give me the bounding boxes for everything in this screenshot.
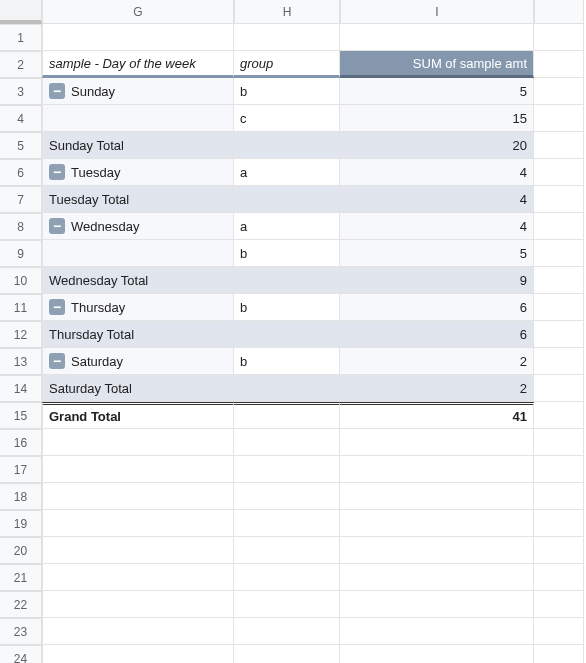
row-header-22[interactable]: 22 <box>0 591 42 618</box>
row-header-6[interactable]: 6 <box>0 159 42 186</box>
pivot-value-cell[interactable]: 4 <box>340 159 534 186</box>
pivot-group-cell[interactable]: c <box>234 105 340 132</box>
row-header-8[interactable]: 8 <box>0 213 42 240</box>
pivot-subtotal-cell[interactable] <box>234 267 340 294</box>
cell[interactable] <box>340 456 534 483</box>
cell[interactable] <box>340 618 534 645</box>
pivot-value-field-label[interactable]: SUM of sample amt <box>340 51 534 78</box>
collapse-icon[interactable]: − <box>49 164 65 180</box>
cell[interactable] <box>534 24 584 51</box>
row-header-3[interactable]: 3 <box>0 78 42 105</box>
cell[interactable] <box>340 429 534 456</box>
cell[interactable] <box>534 564 584 591</box>
cell[interactable] <box>534 78 584 105</box>
cell[interactable] <box>534 267 584 294</box>
pivot-grand-total-label[interactable]: Grand Total <box>42 402 234 429</box>
pivot-value-cell[interactable]: 2 <box>340 348 534 375</box>
pivot-subtotal-cell[interactable] <box>234 375 340 402</box>
cell[interactable] <box>534 51 584 78</box>
col-header-extra[interactable] <box>534 0 584 24</box>
row-header-24[interactable]: 24 <box>0 645 42 663</box>
row-header-10[interactable]: 10 <box>0 267 42 294</box>
cell[interactable] <box>340 483 534 510</box>
pivot-value-cell[interactable]: 5 <box>340 240 534 267</box>
row-header-14[interactable]: 14 <box>0 375 42 402</box>
pivot-row-label[interactable] <box>42 105 234 132</box>
pivot-subtotal-cell[interactable] <box>234 321 340 348</box>
collapse-icon[interactable]: − <box>49 218 65 234</box>
pivot-subtotal-cell[interactable] <box>234 132 340 159</box>
pivot-subtotal-cell[interactable] <box>234 186 340 213</box>
select-all-corner[interactable] <box>0 0 42 24</box>
row-header-1[interactable]: 1 <box>0 24 42 51</box>
row-header-23[interactable]: 23 <box>0 618 42 645</box>
cell[interactable] <box>534 213 584 240</box>
pivot-subtotal-label[interactable]: Thursday Total <box>42 321 234 348</box>
cell[interactable] <box>234 429 340 456</box>
pivot-group-cell[interactable]: b <box>234 294 340 321</box>
cell[interactable] <box>340 537 534 564</box>
pivot-row-label[interactable] <box>42 240 234 267</box>
cell[interactable] <box>340 645 534 663</box>
cell[interactable] <box>340 24 534 51</box>
cell[interactable] <box>534 186 584 213</box>
pivot-group-cell[interactable]: b <box>234 240 340 267</box>
spreadsheet-grid[interactable]: G H I 1 2 sample - Day of the week group… <box>0 0 586 663</box>
cell[interactable] <box>234 510 340 537</box>
cell[interactable] <box>340 591 534 618</box>
cell[interactable] <box>234 24 340 51</box>
cell[interactable] <box>534 321 584 348</box>
row-header-4[interactable]: 4 <box>0 105 42 132</box>
row-header-5[interactable]: 5 <box>0 132 42 159</box>
row-header-13[interactable]: 13 <box>0 348 42 375</box>
cell[interactable] <box>42 510 234 537</box>
cell[interactable] <box>340 564 534 591</box>
pivot-value-cell[interactable]: 5 <box>340 78 534 105</box>
cell[interactable] <box>534 645 584 663</box>
cell[interactable] <box>534 618 584 645</box>
cell[interactable] <box>534 510 584 537</box>
row-header-11[interactable]: 11 <box>0 294 42 321</box>
collapse-icon[interactable]: − <box>49 83 65 99</box>
cell[interactable] <box>534 429 584 456</box>
row-header-15[interactable]: 15 <box>0 402 42 429</box>
cell[interactable] <box>42 483 234 510</box>
collapse-icon[interactable]: − <box>49 299 65 315</box>
pivot-group-cell[interactable]: b <box>234 348 340 375</box>
pivot-subtotal-label[interactable]: Wednesday Total <box>42 267 234 294</box>
pivot-row-label[interactable]: − Sunday <box>42 78 234 105</box>
pivot-value-cell[interactable]: 6 <box>340 294 534 321</box>
pivot-group-cell[interactable]: b <box>234 78 340 105</box>
cell[interactable] <box>42 618 234 645</box>
row-header-21[interactable]: 21 <box>0 564 42 591</box>
pivot-row-label[interactable]: − Thursday <box>42 294 234 321</box>
cell[interactable] <box>340 510 534 537</box>
pivot-grand-total-value[interactable]: 41 <box>340 402 534 429</box>
pivot-subtotal-value[interactable]: 9 <box>340 267 534 294</box>
cell[interactable] <box>534 402 584 429</box>
row-header-20[interactable]: 20 <box>0 537 42 564</box>
pivot-subtotal-value[interactable]: 6 <box>340 321 534 348</box>
pivot-subtotal-label[interactable]: Saturday Total <box>42 375 234 402</box>
cell[interactable] <box>534 240 584 267</box>
cell[interactable] <box>534 483 584 510</box>
collapse-icon[interactable]: − <box>49 353 65 369</box>
cell[interactable] <box>234 591 340 618</box>
row-header-7[interactable]: 7 <box>0 186 42 213</box>
cell[interactable] <box>234 618 340 645</box>
pivot-subtotal-label[interactable]: Sunday Total <box>42 132 234 159</box>
cell[interactable] <box>534 105 584 132</box>
row-header-17[interactable]: 17 <box>0 456 42 483</box>
pivot-row-label[interactable]: − Wednesday <box>42 213 234 240</box>
cell[interactable] <box>234 645 340 663</box>
row-header-12[interactable]: 12 <box>0 321 42 348</box>
pivot-subtotal-value[interactable]: 2 <box>340 375 534 402</box>
pivot-subtotal-value[interactable]: 20 <box>340 132 534 159</box>
cell[interactable] <box>534 591 584 618</box>
pivot-col-field-label[interactable]: group <box>234 51 340 78</box>
cell[interactable] <box>534 375 584 402</box>
col-header-i[interactable]: I <box>340 0 534 24</box>
cell[interactable] <box>42 429 234 456</box>
cell[interactable] <box>534 456 584 483</box>
pivot-group-cell[interactable]: a <box>234 213 340 240</box>
